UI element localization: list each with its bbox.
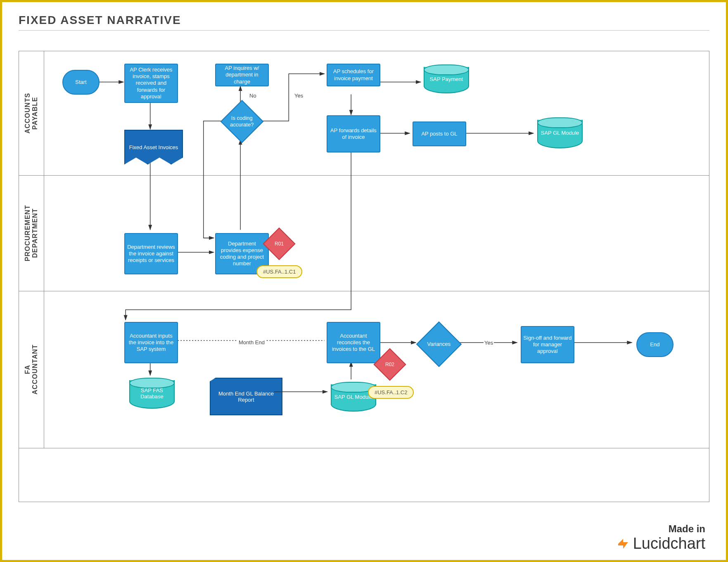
lane-label-ap: ACCOUNTS PAYABLE <box>24 93 39 134</box>
ap-inquire-process: AP inquires w/ department in charge <box>215 64 269 86</box>
end-terminator: End <box>636 332 673 357</box>
ap-schedule-process: AP schedules for invoice payment <box>327 64 380 86</box>
lane-label-fa-accountant: FA ACCOUNTANT <box>24 344 39 395</box>
brand-label: Lucidchart <box>617 535 705 552</box>
accountant-reconcile-process: Accountant reconciles the invoices to th… <box>327 322 380 363</box>
sap-gl-module-db-1: SAP GL Module <box>537 117 583 148</box>
footer: Made in Lucidchart <box>617 523 705 552</box>
sap-fas-db: SAP FAS Database <box>129 378 175 409</box>
fixed-asset-invoices-doc: Fixed Asset Invoices <box>124 130 183 164</box>
dept-review-process: Department reviews the invoice against r… <box>124 233 178 274</box>
reference-tag-1: #US.FA..1.C1 <box>256 265 302 278</box>
edge-label-yes-2: Yes <box>484 340 494 346</box>
accountant-input-process: Accountant inputs the invoice into the S… <box>124 322 178 363</box>
ap-forward-process: AP forwards details of invoice <box>327 115 380 152</box>
month-end-label: Month End <box>238 339 266 345</box>
ap-receive-process: AP Clerk receives invoice, stamps receiv… <box>124 64 178 103</box>
ap-post-gl-process: AP posts to GL <box>413 121 466 146</box>
page-title: FIXED ASSET NARRATIVE <box>19 14 709 27</box>
signoff-process: Sign-off and forward for manager approva… <box>521 326 574 363</box>
title-divider <box>19 30 709 31</box>
start-terminator: Start <box>62 70 100 95</box>
sap-payment-db: SAP Payment <box>424 64 469 93</box>
lucidchart-logo-icon <box>617 537 630 550</box>
edge-label-no: No <box>249 93 257 99</box>
month-end-report: Month End GL Balance Report <box>210 378 282 415</box>
lane-label-procurement: PROCUREMENT DEPARTMENT <box>24 205 39 261</box>
made-in-label: Made in <box>617 523 705 535</box>
swimlane-canvas: ACCOUNTS PAYABLE PROCUREMENT DEPARTMENT … <box>19 51 709 502</box>
diagram-frame: FIXED ASSET NARRATIVE ACCOUNTS PAYABLE P… <box>0 0 728 562</box>
edge-label-yes: Yes <box>294 93 304 99</box>
reference-tag-2: #US.FA..1.C2 <box>368 386 414 399</box>
